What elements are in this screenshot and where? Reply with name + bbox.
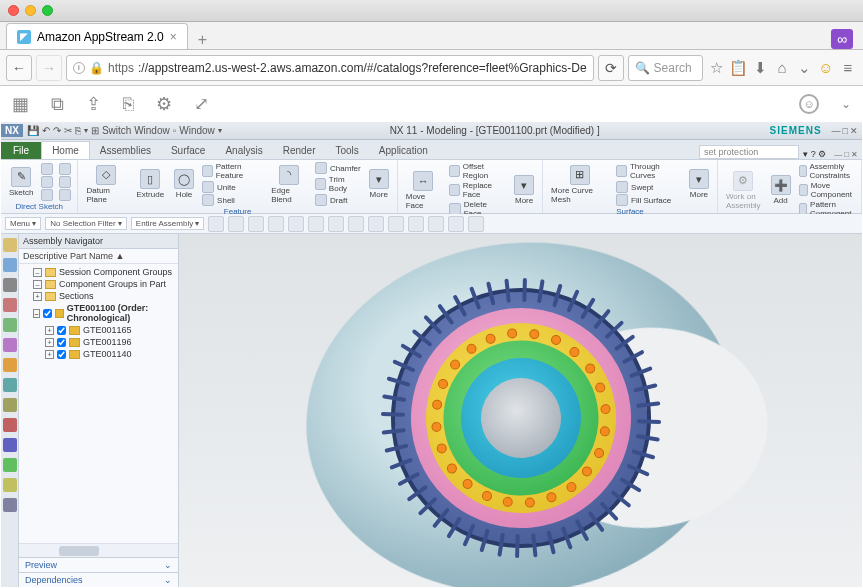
clipboard-as-icon[interactable]: ⎘ — [123, 94, 134, 115]
sketch-arc-button[interactable] — [41, 176, 53, 188]
emoji-icon[interactable]: ☺ — [817, 59, 835, 76]
sel-btn-11[interactable] — [408, 216, 424, 232]
tab-surface[interactable]: Surface — [161, 142, 215, 159]
clipboard-icon[interactable]: 📋 — [729, 59, 747, 77]
window-zoom-button[interactable] — [42, 5, 53, 16]
nav-hscroll[interactable] — [19, 543, 178, 557]
windows-icon[interactable]: ⧉ — [51, 94, 64, 115]
downloads-icon[interactable]: ⬇ — [751, 59, 769, 77]
rb-constraint-nav-icon[interactable] — [3, 278, 17, 292]
rb-assembly-nav-icon[interactable] — [3, 238, 17, 252]
rb-history-icon[interactable] — [3, 358, 17, 372]
window-dd-label[interactable]: Window — [179, 125, 215, 136]
tab-application[interactable]: Application — [369, 142, 438, 159]
extrude-button[interactable]: ▯Extrude — [135, 162, 167, 206]
doc-restore-button[interactable]: □ — [844, 150, 849, 159]
sketch-point-button[interactable] — [59, 176, 71, 188]
home-icon[interactable]: ⌂ — [773, 59, 791, 76]
nav-preview-section[interactable]: Preview⌄ — [19, 557, 178, 572]
edge-blend-button[interactable]: ◝Edge Blend — [269, 162, 309, 206]
doc-close-button[interactable]: ✕ — [851, 150, 858, 159]
doc-minimize-button[interactable]: — — [834, 150, 842, 159]
tree-child-1[interactable]: +GTE001165 — [19, 324, 178, 336]
tab-tools[interactable]: Tools — [325, 142, 368, 159]
pattern-feature-button[interactable]: Pattern Feature — [202, 162, 263, 180]
rb-browser-icon[interactable] — [3, 338, 17, 352]
tree-root-part[interactable]: –GTE001100 (Order: Chronological) — [19, 302, 178, 324]
sel-btn-6[interactable] — [308, 216, 324, 232]
assembly-scope-dropdown[interactable]: Entire Assembly ▾ — [131, 217, 205, 230]
sketch-line-button[interactable] — [41, 163, 53, 175]
rb-part-nav-icon[interactable] — [3, 258, 17, 272]
sel-btn-3[interactable] — [248, 216, 264, 232]
tab-assemblies[interactable]: Assemblies — [90, 142, 161, 159]
menu-dropdown[interactable]: Menu ▾ — [5, 217, 41, 230]
nx-minimize-button[interactable]: — — [832, 126, 841, 136]
tab-render[interactable]: Render — [273, 142, 326, 159]
rb-roles-icon[interactable] — [3, 398, 17, 412]
nx-maximize-button[interactable]: □ — [843, 126, 848, 136]
sel-btn-8[interactable] — [348, 216, 364, 232]
tab-analysis[interactable]: Analysis — [215, 142, 272, 159]
switch-window-icon[interactable]: ⊞ — [91, 125, 99, 136]
graphics-viewport[interactable] — [179, 234, 862, 587]
bookmark-icon[interactable]: ☆ — [707, 59, 725, 77]
qat-copy-icon[interactable]: ⎘ — [75, 125, 81, 136]
menu-icon[interactable]: ≡ — [839, 59, 857, 76]
tab-close-button[interactable]: × — [170, 30, 177, 44]
selection-filter-dropdown[interactable]: No Selection Filter ▾ — [45, 217, 127, 230]
tree-session-groups[interactable]: –Session Component Groups — [19, 266, 178, 278]
move-component-button[interactable]: Move Component — [799, 181, 855, 199]
sel-btn-14[interactable] — [468, 216, 484, 232]
sel-btn-10[interactable] — [388, 216, 404, 232]
tab-home[interactable]: Home — [41, 141, 90, 159]
tree-sections[interactable]: +Sections — [19, 290, 178, 302]
rb-tool5-icon[interactable] — [3, 498, 17, 512]
rb-tool2-icon[interactable] — [3, 438, 17, 452]
pocket-icon[interactable]: ⌄ — [795, 59, 813, 77]
help-icon[interactable]: ▾ ? ⚙ — [799, 149, 830, 159]
info-icon[interactable]: i — [73, 62, 85, 74]
nav-dependencies-section[interactable]: Dependencies⌄ — [19, 572, 178, 587]
window-close-button[interactable] — [8, 5, 19, 16]
offset-region-button[interactable]: Offset Region — [449, 162, 506, 180]
sel-btn-2[interactable] — [228, 216, 244, 232]
rb-system-icon[interactable] — [3, 378, 17, 392]
user-menu-chevron-icon[interactable]: ⌄ — [841, 97, 851, 111]
rb-hd3d-icon[interactable] — [3, 318, 17, 332]
qat-cut-icon[interactable]: ✂ — [64, 125, 72, 136]
work-on-assembly-button[interactable]: ⚙Work on Assembly — [724, 162, 763, 218]
swept-button[interactable]: Swept — [616, 181, 681, 193]
rb-tool1-icon[interactable] — [3, 418, 17, 432]
tree-child-2[interactable]: +GTE001196 — [19, 336, 178, 348]
tree-component-groups[interactable]: –Component Groups in Part — [19, 278, 178, 290]
chamfer-button[interactable]: Chamfer — [315, 162, 361, 174]
tree-child-3[interactable]: +GTE001140 — [19, 348, 178, 360]
sel-btn-7[interactable] — [328, 216, 344, 232]
fill-surface-button[interactable]: Fill Surface — [616, 194, 681, 206]
nx-close-button[interactable]: ✕ — [850, 126, 858, 136]
datum-plane-button[interactable]: ◇Datum Plane — [84, 162, 128, 206]
rb-tool3-icon[interactable] — [3, 458, 17, 472]
add-component-button[interactable]: ➕Add — [769, 162, 793, 218]
surface-more-button[interactable]: ▾More — [687, 162, 711, 206]
qat-undo-icon[interactable]: ↶ — [42, 125, 50, 136]
curve-mesh-button[interactable]: ⊞More Curve Mesh — [549, 162, 610, 206]
user-icon[interactable]: ☺ — [799, 94, 819, 114]
unite-button[interactable]: Unite — [202, 181, 263, 193]
nav-column-header[interactable]: Descriptive Part Name ▲ — [19, 249, 178, 264]
sel-btn-5[interactable] — [288, 216, 304, 232]
search-bar[interactable]: 🔍 Search — [628, 55, 703, 81]
settings-icon[interactable]: ⚙ — [156, 93, 172, 115]
new-tab-button[interactable]: + — [188, 31, 217, 49]
move-face-button[interactable]: ↔Move Face — [404, 162, 443, 218]
sync-more-button[interactable]: ▾More — [512, 162, 536, 218]
fullscreen-icon[interactable]: ⤢ — [194, 93, 209, 115]
hole-button[interactable]: ◯Hole — [172, 162, 196, 206]
rb-tool4-icon[interactable] — [3, 478, 17, 492]
window-minimize-button[interactable] — [25, 5, 36, 16]
shell-button[interactable]: Shell — [202, 194, 263, 206]
sel-btn-13[interactable] — [448, 216, 464, 232]
reload-button[interactable]: ⟳ — [598, 55, 624, 81]
sketch-button[interactable]: ✎Sketch — [7, 162, 35, 201]
